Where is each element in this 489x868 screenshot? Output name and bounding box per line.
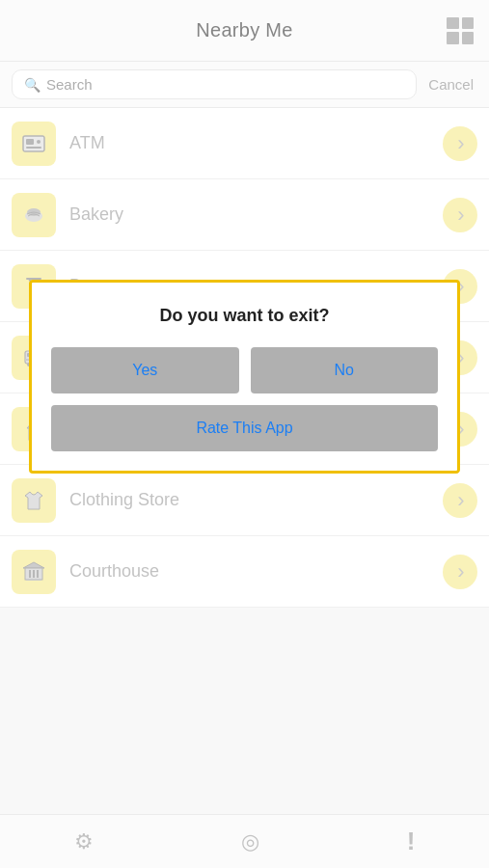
rate-app-button[interactable]: Rate This App [51,405,438,451]
dialog-yes-no-row: Yes No [51,347,438,393]
dialog-title: Do you want to exit? [51,306,438,326]
exit-dialog: Do you want to exit? Yes No Rate This Ap… [29,280,460,474]
yes-button[interactable]: Yes [51,347,239,393]
no-button[interactable]: No [251,347,439,393]
